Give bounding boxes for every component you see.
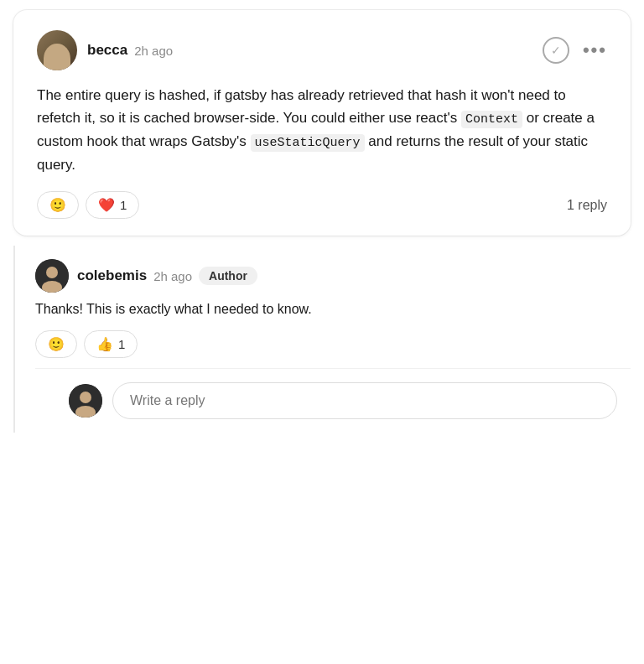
smiley-emoji-reply: 🙂	[48, 336, 65, 352]
comment-thread: becca 2h ago ✓ ••• The entire query is h…	[0, 10, 644, 433]
reply-count[interactable]: 1 reply	[567, 198, 607, 213]
colebemis-author-info: colebemis 2h ago Author	[77, 267, 257, 285]
comment-header-left: becca 2h ago	[37, 30, 173, 70]
becca-avatar	[37, 30, 77, 70]
heart-count: 1	[120, 198, 127, 212]
comment-header: becca 2h ago ✓ •••	[37, 30, 607, 70]
becca-comment-body: The entire query is hashed, if gatsby ha…	[37, 84, 607, 176]
heart-reaction-button[interactable]: ❤️ 1	[86, 191, 139, 219]
write-reply-input[interactable]	[112, 382, 617, 419]
avatar-silhouette	[44, 44, 70, 70]
becca-comment-card: becca 2h ago ✓ ••• The entire query is h…	[13, 10, 631, 236]
author-badge: Author	[199, 267, 257, 285]
colebemis-smiley-button[interactable]: 🙂	[35, 330, 77, 358]
reply-section: colebemis 2h ago Author Thanks! This is …	[13, 246, 631, 433]
colebemis-avatar-svg	[35, 259, 69, 293]
colebemis-username: colebemis	[77, 267, 147, 284]
thumbsup-emoji: 👍	[96, 336, 113, 352]
current-user-avatar-svg	[69, 384, 102, 418]
svg-point-1	[46, 267, 58, 278]
colebemis-reply-body: Thanks! This is exactly what I needed to…	[35, 299, 631, 320]
colebemis-avatar	[35, 259, 69, 293]
colebemis-reply: colebemis 2h ago Author Thanks! This is …	[35, 246, 631, 368]
comment-actions-right: ✓ •••	[543, 37, 607, 64]
becca-username: becca	[87, 42, 127, 59]
write-reply-section	[35, 368, 631, 433]
colebemis-reply-header: colebemis 2h ago Author	[35, 259, 631, 293]
colebemis-timestamp: 2h ago	[153, 269, 192, 283]
current-user-avatar	[69, 384, 102, 418]
becca-comment-footer: 🙂 ❤️ 1 1 reply	[37, 191, 607, 219]
heart-emoji: ❤️	[98, 197, 115, 213]
colebemis-reply-footer: 🙂 👍 1	[35, 330, 631, 358]
thumbsup-count: 1	[118, 337, 125, 351]
smiley-emoji: 🙂	[49, 197, 66, 213]
becca-author-info: becca 2h ago	[87, 42, 173, 59]
checkmark-button[interactable]: ✓	[543, 37, 569, 64]
use-static-query-code: useStaticQuery	[251, 134, 365, 152]
context-code: Context	[461, 111, 522, 128]
smiley-reaction-button[interactable]: 🙂	[37, 191, 79, 219]
more-options-button[interactable]: •••	[583, 39, 607, 61]
becca-reactions: 🙂 ❤️ 1	[37, 191, 139, 219]
checkmark-icon: ✓	[551, 44, 561, 57]
svg-point-4	[80, 392, 91, 403]
more-icon: •••	[583, 39, 607, 60]
colebemis-thumbsup-button[interactable]: 👍 1	[84, 330, 138, 358]
becca-timestamp: 2h ago	[134, 44, 173, 58]
